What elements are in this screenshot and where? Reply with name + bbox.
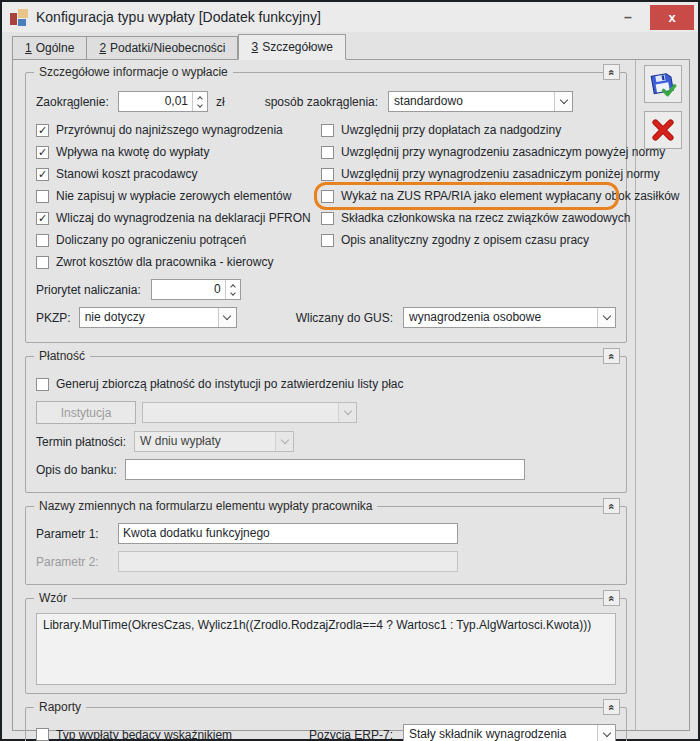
checkbox-label: Typ wypłaty będący wskaźnikiem <box>56 728 232 741</box>
dialog-window: Konfiguracja typu wypłaty [Dodatek funkc… <box>0 0 700 741</box>
collapse-button[interactable]: « <box>603 348 620 364</box>
checkbox-label: Opis analityczny zgodny z opisem czasu p… <box>341 233 589 247</box>
collapse-button[interactable]: « <box>603 498 620 514</box>
gus-value: wynagrodzenia osobowe <box>404 308 597 327</box>
close-button[interactable]: x <box>650 5 694 30</box>
erp7-select[interactable]: Stały składnik wynagrodzenia <box>403 724 616 741</box>
chevron-down-icon[interactable] <box>554 92 572 111</box>
tab-ogolne[interactable]: 1 Ogólne <box>12 36 87 59</box>
rounding-label: Zaokrąglenie: <box>36 95 118 109</box>
erp7-label: Pozycja ERP-7: <box>309 728 393 741</box>
priority-value[interactable]: 0 <box>152 280 225 299</box>
erp7-value: Stały składnik wynagrodzenia <box>404 725 597 741</box>
collapse-button[interactable]: « <box>603 699 620 715</box>
indicator-type-checkbox[interactable] <box>36 728 49 741</box>
rounding-mode-label: sposób zaokrąglenia: <box>265 95 378 109</box>
spinner-down-icon[interactable] <box>230 290 236 296</box>
main-column: Szczegółowe informacje o wypłacie « Zaok… <box>13 60 635 730</box>
checkbox-row: Opis analityczny zgodny z opisem czasu p… <box>321 229 616 251</box>
param2-label: Parametr 2: <box>36 555 118 569</box>
double-chevron-up-icon: « <box>606 704 617 710</box>
checkbox[interactable] <box>321 190 334 203</box>
param2-input <box>118 551 458 572</box>
checkbox-label: Przyrównuj do najniższego wynagrodzenia <box>56 123 283 137</box>
cancel-button[interactable] <box>644 111 682 149</box>
double-chevron-up-icon: « <box>606 503 617 509</box>
payment-term-label: Termin płatności: <box>36 435 126 449</box>
checkbox-row: Przyrównuj do najniższego wynagrodzenia <box>36 119 321 141</box>
checkbox-label: Nie zapisuj w wypłacie zerowych elementó… <box>56 189 291 203</box>
group-payment: Płatność « Generuj zbiorczą płatność do … <box>25 356 627 493</box>
chevron-down-icon[interactable] <box>597 725 615 741</box>
checkbox[interactable] <box>36 124 49 137</box>
tab-accelerator: 2 <box>99 41 106 55</box>
checkbox-label: Wykaż na ZUS RPA/RIA jako element wypłac… <box>341 189 679 203</box>
rounding-spinner[interactable]: 0,01 <box>118 91 208 112</box>
chevron-down-icon[interactable] <box>218 308 236 327</box>
checkbox[interactable] <box>36 212 49 225</box>
checkbox-label: Uwzględnij przy dopłatach za nadgodziny <box>341 123 561 137</box>
checkbox[interactable] <box>321 212 334 225</box>
cancel-x-icon <box>650 117 676 143</box>
checkbox-label: Składka członkowska na rzecz związków za… <box>341 211 630 225</box>
window-title: Konfiguracja typu wypłaty [Dodatek funkc… <box>36 9 616 25</box>
checkbox-row: Wliczaj do wynagrodzenia na deklaracji P… <box>36 207 321 229</box>
gus-select[interactable]: wynagrodzenia osobowe <box>403 307 616 328</box>
save-button[interactable] <box>644 65 682 103</box>
checkbox-row: Stanowi koszt pracodawcy <box>36 163 321 185</box>
save-floppy-icon <box>649 70 677 98</box>
group-variable-names: Nazwy zmiennych na formularzu elementu w… <box>25 506 627 585</box>
formula-textarea[interactable]: Library.MulTime(OkresCzas, Wylicz1h((Zro… <box>36 613 616 685</box>
pkzp-select[interactable]: nie dotyczy <box>79 307 237 328</box>
checkbox[interactable] <box>321 168 334 181</box>
pkzp-label: PKZP: <box>36 311 71 325</box>
group-title: Raporty <box>34 700 86 714</box>
tab-podatki-nieobecnosci[interactable]: 2 Podatki/Nieobecności <box>87 36 238 59</box>
checkbox-column-right: Uwzględnij przy dopłatach za nadgodzinyU… <box>321 119 616 273</box>
group-title: Szczegółowe informacje o wypłacie <box>34 65 233 79</box>
tab-label: Ogólne <box>36 41 75 55</box>
rounding-mode-select[interactable]: standardowo <box>388 91 573 112</box>
bank-description-input[interactable] <box>125 459 525 480</box>
chevron-down-icon <box>338 403 356 422</box>
checkbox-row: Składka członkowska na rzecz związków za… <box>321 207 616 229</box>
tab-accelerator: 3 <box>251 40 258 54</box>
checkbox[interactable] <box>36 256 49 269</box>
checkbox-row: Doliczany po ograniczeniu potrąceń <box>36 229 321 251</box>
param1-input[interactable]: Kwota dodatku funkcyjnego <box>118 523 458 544</box>
tab-label: Podatki/Nieobecności <box>110 41 225 55</box>
spinner-buttons[interactable] <box>225 280 240 299</box>
checkbox-row: Nie zapisuj w wypłacie zerowych elementó… <box>36 185 321 207</box>
checkbox-label: Uwzględnij przy wynagrodzeniu zasadniczy… <box>341 167 660 181</box>
institution-button[interactable]: Instytucja <box>36 401 136 424</box>
spinner-buttons[interactable] <box>192 92 207 111</box>
generate-payment-checkbox[interactable] <box>36 378 49 391</box>
payment-term-select: W dniu wypłaty <box>134 431 294 452</box>
spinner-down-icon[interactable] <box>197 102 203 108</box>
tab-accelerator: 1 <box>25 41 32 55</box>
collapse-button[interactable]: « <box>603 64 620 80</box>
checkbox[interactable] <box>36 234 49 247</box>
checkbox-row: Uwzględnij przy wynagrodzeniu zasadniczy… <box>321 163 616 185</box>
institution-select <box>142 402 357 423</box>
checkbox[interactable] <box>321 124 334 137</box>
checkbox[interactable] <box>36 168 49 181</box>
checkbox-label: Doliczany po ograniczeniu potrąceń <box>56 233 246 247</box>
checkbox-label: Wpływa na kwotę do wypłaty <box>56 145 209 159</box>
tab-szczegolowe[interactable]: 3 Szczegółowe <box>238 34 345 60</box>
checkbox[interactable] <box>321 146 334 159</box>
tab-label: Szczegółowe <box>262 40 333 54</box>
spinner-up-icon[interactable] <box>197 96 203 102</box>
priority-spinner[interactable]: 0 <box>151 279 241 300</box>
checkbox[interactable] <box>321 234 334 247</box>
chevron-down-icon[interactable] <box>597 308 615 327</box>
checkbox-label: Stanowi koszt pracodawcy <box>56 167 197 181</box>
minimize-button[interactable]: – <box>616 9 640 25</box>
checkbox[interactable] <box>36 190 49 203</box>
collapse-button[interactable]: « <box>603 590 620 606</box>
checkbox[interactable] <box>36 146 49 159</box>
rounding-value[interactable]: 0,01 <box>119 92 192 111</box>
checkbox-label: Uwzględnij przy wynagrodzeniu zasadniczy… <box>341 145 665 159</box>
checkbox-row: Zwrot kosztów dla pracownika - kierowcy <box>36 251 321 273</box>
checkbox-label: Generuj zbiorczą płatność do instytucji … <box>56 377 404 391</box>
